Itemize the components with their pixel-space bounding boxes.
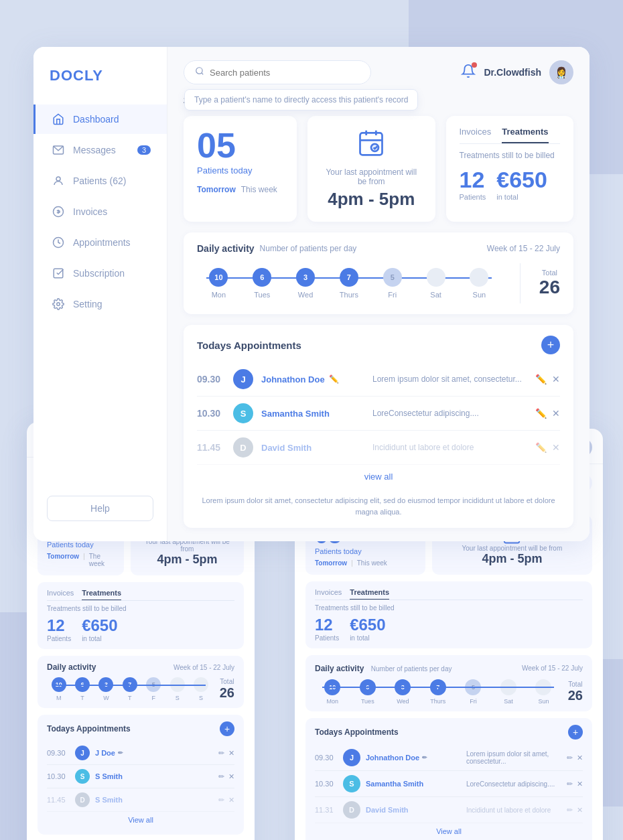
sidebar-item-setting[interactable]: Setting (33, 289, 167, 319)
mobile-view-all-1[interactable]: View all (47, 812, 234, 828)
day-label-fri: Fri (388, 291, 397, 299)
mobile-tab-tomorrow-1[interactable]: Tomorrow (47, 553, 79, 567)
patients-today-label: Patients today (197, 165, 283, 176)
mobile-chart-fri: 5 F (142, 677, 165, 701)
messages-badge: 3 (137, 145, 151, 155)
dollar-icon (52, 205, 65, 218)
delete-button-1[interactable]: ✕ (552, 374, 560, 384)
chart-dot-thurs: 7 (340, 268, 358, 287)
chart-dot-fri: 5 (383, 268, 402, 287)
tab-tomorrow[interactable]: Tomorrow (197, 184, 236, 196)
appointments-card: Todays Appointments + 09.30 J Johnathon … (184, 325, 573, 528)
sidebar-item-patients[interactable]: Patients (62) (33, 166, 167, 196)
sidebar-item-label: Messages (73, 145, 116, 155)
patients-today-card: 05 Patients today Tomorrow This week (184, 116, 297, 222)
total-amount: €650 (496, 167, 547, 193)
mobile-total-2: Total 26 (568, 681, 583, 703)
mobile-tab-treatments-1[interactable]: Treatments (82, 589, 121, 600)
search-bar: Type a patient's name to directly access… (184, 60, 371, 84)
svg-rect-9 (360, 133, 383, 155)
stat-tabs: Tomorrow This week (197, 184, 283, 196)
patients-stat: 12 Patients (460, 167, 486, 201)
table-row: 09.30 J Johnathon Doe ✏️ Lorem ipsum dol… (197, 362, 560, 397)
chart-day-sat (414, 268, 458, 287)
chart-day-wed: 3 (284, 268, 328, 287)
patient-name-2[interactable]: Samantha Smith (261, 409, 364, 419)
tab-invoices[interactable]: Invoices (460, 127, 492, 143)
search-input[interactable] (210, 68, 360, 78)
add-appointment-button[interactable]: + (541, 336, 560, 354)
mobile-invoice-card-1: Invoices Treatments Treatments still to … (38, 582, 244, 649)
sidebar-item-label: Patients (62) (73, 176, 126, 186)
sidebar: DOCLY Dashboard Messages 3 Patients (6 (33, 47, 167, 541)
help-button[interactable]: Help (47, 496, 153, 521)
tab-treatments[interactable]: Treatments (502, 127, 548, 143)
chart-day-thurs: 7 (327, 268, 370, 287)
activity-body: 10 6 3 7 5 (197, 263, 560, 303)
footer-text: Lorem ipsum dolor sit amet, consectetur … (197, 495, 560, 517)
appointment-time-3: 11.45 (197, 442, 225, 453)
header: Type a patient's name to directly access… (184, 60, 573, 84)
mobile-tab-week-1[interactable]: The week (89, 553, 115, 567)
mobile-add-appt-2[interactable]: + (568, 725, 583, 740)
amount-stat: €650 in total (496, 167, 547, 201)
divider (520, 263, 521, 303)
mobile-chart-mon: 10 M (47, 677, 70, 701)
activity-subtitle: Number of patients per day (260, 244, 357, 253)
mail-icon (52, 143, 65, 157)
notification-button[interactable] (461, 64, 476, 81)
appointment-card: Your last appointment will be from 4pm -… (307, 116, 435, 222)
delete-button-3[interactable]: ✕ (552, 442, 560, 453)
patient-name-3[interactable]: David Smith (261, 443, 364, 453)
edit-button-1[interactable]: ✏️ (535, 374, 547, 384)
mobile-tab-invoices-1[interactable]: Invoices (47, 589, 74, 600)
chart-dot-wed: 3 (296, 268, 315, 287)
sidebar-item-subscription[interactable]: Subscription (33, 259, 167, 288)
header-right: Dr.Clowdfish 👩‍⚕️ (461, 60, 573, 84)
search-icon (195, 66, 204, 78)
appointment-actions-2: ✏️ ✕ (535, 408, 560, 419)
invoice-tabs: Invoices Treatments (460, 127, 561, 144)
gear-icon (52, 297, 65, 311)
chart-day-mon: 10 (197, 268, 240, 287)
svg-line-8 (202, 73, 204, 75)
appointment-time-2: 10.30 (197, 408, 225, 419)
sidebar-item-invoices[interactable]: Invoices (33, 197, 167, 226)
sidebar-item-label: Setting (73, 299, 102, 309)
activity-header: Daily activity Number of patients per da… (197, 243, 560, 254)
view-all-link[interactable]: view all (197, 465, 560, 488)
activity-week: Week of 15 - 22 July (487, 244, 560, 253)
chart-day-sun (458, 268, 501, 287)
treatments-subtitle: Treatments still to be billed (460, 151, 561, 160)
edit-button-2[interactable]: ✏️ (535, 408, 547, 419)
day-label-tues: Tues (254, 291, 270, 299)
sidebar-item-label: Dashboard (73, 114, 119, 125)
total-value: 26 (539, 277, 560, 298)
tab-this-week[interactable]: This week (241, 184, 277, 196)
list-item: 11.45 D S Smith ✏✕ (47, 788, 234, 812)
day-label-mon: Mon (212, 291, 226, 299)
patient-name-1[interactable]: Johnathon Doe ✏️ (261, 374, 364, 384)
appointment-subtitle: Your last appointment will be from (321, 167, 422, 186)
home-icon (52, 113, 65, 126)
appointments-header: Todays Appointments + (197, 336, 560, 354)
edit-button-3[interactable]: ✏️ (535, 442, 547, 453)
sidebar-item-appointments[interactable]: Appointments (33, 228, 167, 257)
sidebar-item-label: Subscription (73, 268, 125, 279)
sidebar-item-dashboard[interactable]: Dashboard (33, 104, 167, 134)
total-label: Total (542, 269, 557, 277)
delete-button-2[interactable]: ✕ (552, 408, 560, 419)
mobile-chart-sun: S (189, 677, 212, 701)
invoice-stats: 12 Patients €650 in total (460, 167, 561, 201)
mobile-view-all-2[interactable]: View all (315, 823, 583, 839)
sidebar-item-messages[interactable]: Messages 3 (33, 135, 167, 165)
mobile-add-appt-1[interactable]: + (220, 721, 234, 736)
activity-total: Total 26 (539, 269, 560, 298)
list-item: 09.30 J J Doe ✏ ✏✕ (47, 742, 234, 765)
patients-today-number: 05 (197, 128, 283, 163)
sidebar-help: Help (47, 496, 153, 521)
mobile-activity-card-1: Daily activity Week of 15 - 22 July 10 M… (38, 656, 244, 708)
mobile-chart-sat: S (165, 677, 189, 701)
chart-day-fri: 5 (370, 268, 414, 287)
main-desktop-card: DOCLY Dashboard Messages 3 Patients (6 (33, 47, 590, 541)
